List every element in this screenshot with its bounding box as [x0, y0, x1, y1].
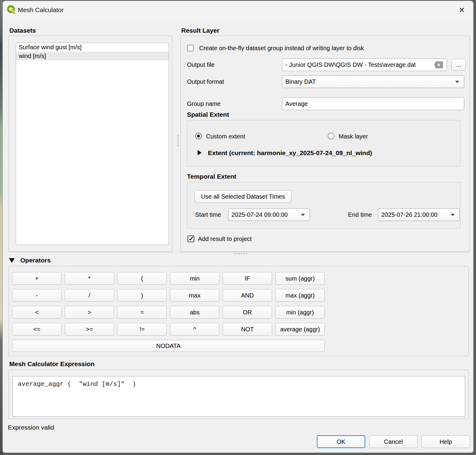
chevron-down-icon — [455, 81, 459, 83]
operator-button[interactable]: < — [12, 306, 61, 319]
mask-layer-radio[interactable] — [328, 133, 334, 139]
expression-textarea[interactable]: average_aggr ( "wind [m/s]" ) — [12, 376, 465, 417]
horizontal-splitter-handle[interactable] — [234, 253, 247, 254]
group-name-label: Group name — [187, 100, 221, 107]
operator-button[interactable]: AND — [223, 289, 272, 302]
operator-button[interactable]: != — [117, 323, 167, 336]
start-time-value: 2025-07-24 09:00:00 — [231, 211, 288, 218]
operator-button[interactable]: NOT — [223, 323, 272, 336]
panel-splitter-handle[interactable] — [177, 135, 179, 146]
close-icon[interactable]: ✕ — [455, 4, 469, 16]
ok-button[interactable]: OK — [317, 435, 365, 448]
result-layer-label: Result Layer — [181, 27, 219, 34]
group-name-input[interactable]: Average — [282, 97, 464, 110]
end-time-select[interactable]: 2025-07-26 21:00:00 — [378, 208, 460, 221]
operator-button[interactable]: = — [117, 306, 167, 319]
chevron-down-icon — [451, 214, 455, 216]
clear-text-icon[interactable]: ✕ — [434, 61, 443, 68]
expand-extent-icon[interactable] — [198, 150, 202, 155]
group-name-value: Average — [285, 100, 308, 107]
operator-button[interactable]: min — [170, 272, 219, 285]
datasets-label: Datasets — [9, 27, 36, 34]
operators-panel: +*(minIFsum (aggr)-/)maxANDmax (aggr)<>=… — [8, 266, 469, 356]
mesh-calculator-dialog: Mesh Calculator ✕ Datasets Result Layer … — [2, 1, 474, 453]
qgis-logo-icon — [6, 5, 17, 15]
window-title: Mesh Calculator — [18, 6, 64, 14]
spatial-extent-title: Spatial Extent — [187, 111, 229, 118]
operator-button[interactable]: abs — [170, 306, 219, 319]
operator-button[interactable]: OR — [223, 306, 272, 319]
operators-title[interactable]: Operators — [20, 257, 51, 264]
create-on-the-fly-label: Create on-the-fly dataset group instead … — [199, 45, 364, 52]
list-item[interactable]: Surface wind gust [m/s] — [16, 43, 169, 52]
output-format-label: Output format — [187, 78, 224, 85]
operators-grid: +*(minIFsum (aggr)-/)maxANDmax (aggr)<>=… — [12, 272, 325, 340]
datasets-panel: Surface wind gust [m/s]wind [m/s] — [8, 36, 172, 252]
operator-button[interactable]: + — [12, 272, 61, 285]
output-format-value: Binary DAT — [285, 78, 316, 85]
operator-button[interactable]: / — [65, 289, 114, 302]
start-time-select[interactable]: 2025-07-24 09:00:00 — [228, 208, 310, 221]
temporal-extent-box: Use all Selected Dataset Times Start tim… — [187, 182, 461, 229]
output-file-value: - Junior QGIS DW\QGIS DW - Tests\average… — [285, 61, 416, 68]
operator-button[interactable]: >= — [65, 323, 114, 336]
end-time-value: 2025-07-26 21:00:00 — [381, 211, 438, 218]
operator-button[interactable]: > — [65, 306, 114, 319]
operator-button[interactable]: ( — [117, 272, 167, 285]
mask-layer-label: Mask layer — [339, 133, 368, 140]
operator-button[interactable]: max (aggr) — [275, 289, 325, 302]
extent-current-label[interactable]: Extent (current: harmonie_xy_2025-07-24_… — [208, 149, 372, 157]
operator-button[interactable]: sum (aggr) — [275, 272, 325, 285]
operator-button[interactable]: - — [12, 289, 61, 302]
output-file-input[interactable]: - Junior QGIS DW\QGIS DW - Tests\average… — [282, 58, 447, 71]
custom-extent-label: Custom extent — [206, 133, 245, 140]
operator-button[interactable]: * — [65, 272, 114, 285]
operator-button[interactable]: <= — [12, 323, 61, 336]
operator-button-nodata[interactable]: NODATA — [12, 340, 325, 352]
start-time-label: Start time — [195, 211, 221, 218]
custom-extent-radio[interactable] — [195, 133, 202, 139]
browse-button[interactable]: ... — [451, 59, 466, 71]
list-item[interactable]: wind [m/s] — [16, 52, 169, 60]
operator-button[interactable]: max — [170, 289, 219, 302]
output-file-label: Output file — [187, 61, 215, 68]
cancel-button[interactable]: Cancel — [369, 435, 418, 448]
operator-button[interactable]: min (aggr) — [275, 306, 325, 319]
help-button[interactable]: Help — [422, 435, 470, 448]
end-time-label: End time — [348, 211, 372, 218]
output-format-select[interactable]: Binary DAT — [282, 75, 464, 88]
result-layer-panel: Create on-the-fly dataset group instead … — [180, 36, 470, 252]
operator-button[interactable]: ) — [117, 289, 167, 302]
chevron-down-icon — [301, 214, 305, 216]
use-all-dataset-times-button[interactable]: Use all Selected Dataset Times — [195, 190, 291, 203]
spatial-extent-box: Custom extent Mask layer Extent (current… — [187, 120, 461, 167]
operator-button[interactable]: average (aggr) — [275, 323, 325, 336]
temporal-extent-title: Temporal Extent — [187, 173, 236, 180]
operator-button[interactable]: IF — [223, 272, 272, 285]
add-result-label: Add result to project — [198, 236, 252, 242]
expression-title: Mesh Calculator Expression — [9, 360, 94, 368]
create-on-the-fly-checkbox[interactable] — [187, 45, 194, 51]
expression-status: Expression valid — [8, 424, 54, 431]
title-bar[interactable]: Mesh Calculator ✕ — [3, 1, 473, 19]
collapse-operators-icon[interactable] — [9, 258, 15, 263]
add-result-checkbox[interactable] — [188, 236, 194, 242]
datasets-list[interactable]: Surface wind gust [m/s]wind [m/s] — [16, 43, 169, 245]
expression-panel: average_aggr ( "wind [m/s]" ) — [8, 370, 469, 419]
horizontal-splitter[interactable] — [8, 252, 469, 252]
operator-button[interactable]: ^ — [170, 323, 219, 336]
